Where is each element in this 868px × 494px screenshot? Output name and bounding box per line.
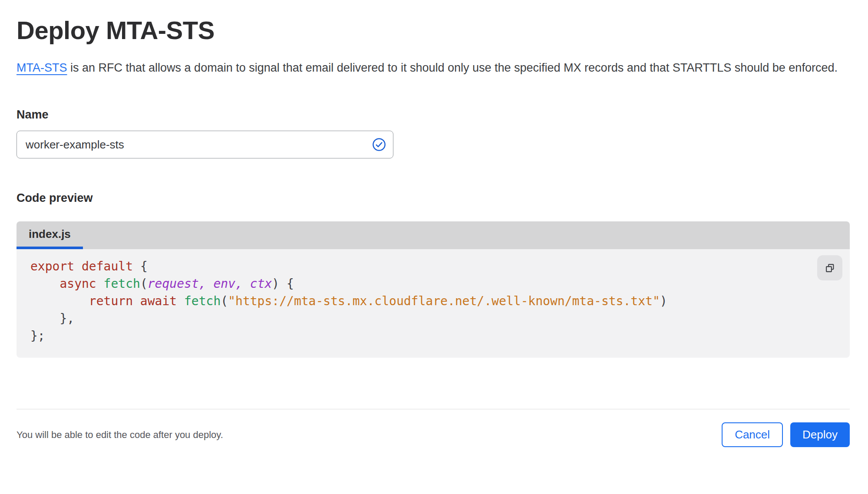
mta-sts-link[interactable]: MTA-STS [17,61,67,74]
copy-icon [824,262,836,274]
code-tab-bar: index.js [17,221,850,249]
name-label: Name [17,108,850,122]
copy-button[interactable] [817,255,842,280]
code-line: }; [30,327,850,345]
intro-paragraph: MTA-STS is an RFC that allows a domain t… [17,58,839,78]
footer-divider [17,409,850,409]
code-block: export default { async fetch(request, en… [17,249,850,358]
code-line: async fetch(request, env, ctx) { [30,275,850,293]
page-title: Deploy MTA-STS [17,16,850,45]
code-line: }, [30,310,850,327]
code-preview-card: index.js export default { async fetch(re… [17,221,850,358]
code-preview-label: Code preview [17,191,850,205]
code-line: return await fetch("https://mta-sts.mx.c… [30,293,850,310]
footer-bar: You will be able to edit the code after … [17,422,850,447]
code-line: export default { [30,258,850,275]
deploy-mta-sts-page: Deploy MTA-STS MTA-STS is an RFC that al… [0,16,868,447]
footer-note: You will be able to edit the code after … [17,429,223,441]
check-circle-icon [372,138,386,151]
code-lines: export default { async fetch(request, en… [30,258,850,345]
cancel-button[interactable]: Cancel [722,422,783,447]
name-input[interactable] [17,131,393,158]
name-input-wrap [17,131,393,158]
deploy-button[interactable]: Deploy [790,422,850,447]
intro-text: is an RFC that allows a domain to signal… [67,61,838,74]
footer-actions: Cancel Deploy [722,422,850,447]
tab-index-js[interactable]: index.js [17,221,83,249]
